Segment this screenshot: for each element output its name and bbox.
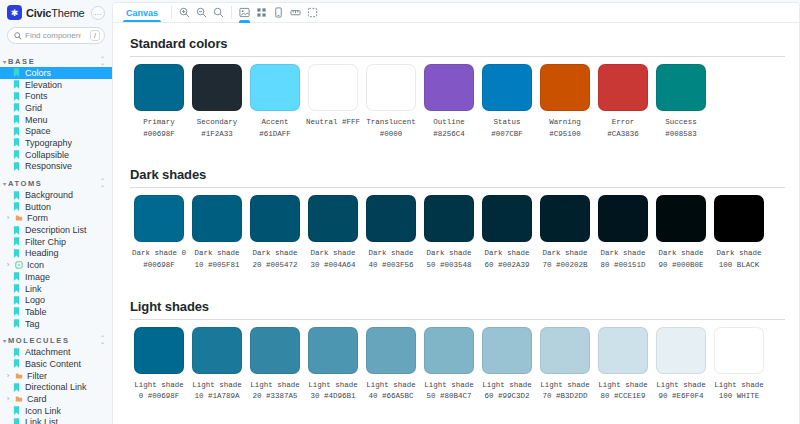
story-icon xyxy=(13,383,21,392)
sidebar-item-label: Collapsible xyxy=(25,150,69,160)
swatch-label: Translucent #0000 xyxy=(362,117,420,140)
chevron-right-icon: › xyxy=(5,395,11,403)
sidebar-item-space[interactable]: Space xyxy=(0,125,112,137)
sidebar-item-background[interactable]: Background xyxy=(0,189,112,201)
sidebar-item-label: Elevation xyxy=(25,80,62,90)
tab-canvas-label: Canvas xyxy=(126,8,158,18)
swatch-item: Light shade 10 #1A789A xyxy=(188,327,246,403)
sidebar-item-label: Colors xyxy=(25,68,51,78)
zoom-reset-button[interactable] xyxy=(210,3,227,23)
sidebar-item-filter[interactable]: ›Filter xyxy=(0,370,112,382)
swatch-row: Primary #00698FSecondary #1F2A33Accent #… xyxy=(130,64,785,140)
brand-title[interactable]: CivicTheme xyxy=(26,7,85,19)
sidebar-item-filter-chip[interactable]: Filter Chip xyxy=(0,236,112,248)
sidebar-item-icon[interactable]: ›Icon xyxy=(0,259,112,271)
sidebar-item-basic-content[interactable]: Basic Content xyxy=(0,358,112,370)
color-swatch xyxy=(656,327,706,374)
swatch-label: Light shade 90 #E6F0F4 xyxy=(652,380,710,403)
story-icon xyxy=(13,307,21,316)
swatch-label: Light shade 0 #00698F xyxy=(130,380,188,403)
sidebar-item-label: Fonts xyxy=(25,91,48,101)
sidebar-item-link-list[interactable]: Link List xyxy=(0,417,112,424)
canvas-content: Standard colorsPrimary #00698FSecondary … xyxy=(113,23,799,424)
section-header-atoms[interactable]: ▾ATOMS⌃⌄ xyxy=(0,177,112,189)
tab-canvas[interactable]: Canvas xyxy=(117,3,167,22)
zoom-out-button[interactable] xyxy=(193,3,210,23)
sidebar-item-label: Description List xyxy=(25,225,87,235)
story-icon xyxy=(13,284,21,293)
section-title: Light shades xyxy=(130,299,785,314)
swatch-item: Warning #C95100 xyxy=(536,64,594,140)
section-caret-icon: ▾ xyxy=(3,337,7,344)
sidebar-item-link[interactable]: Link xyxy=(0,283,112,295)
folder-icon xyxy=(15,214,23,223)
color-swatch xyxy=(366,195,416,242)
sidebar-item-typography[interactable]: Typography xyxy=(0,137,112,149)
sidebar-item-image[interactable]: Image xyxy=(0,271,112,283)
swatch-item: Primary #00698F xyxy=(130,64,188,140)
search-shortcut-badge: / xyxy=(90,30,100,41)
sidebar-item-label: Filter xyxy=(27,371,47,381)
color-swatch xyxy=(250,327,300,374)
measure-icon xyxy=(290,7,301,18)
story-icon xyxy=(13,103,21,112)
sidebar-item-attachment[interactable]: Attachment xyxy=(0,346,112,358)
story-icon xyxy=(13,296,21,305)
sidebar-item-form[interactable]: ›Form xyxy=(0,213,112,225)
sidebar-item-heading[interactable]: Heading xyxy=(0,248,112,260)
background-button[interactable] xyxy=(236,3,253,23)
grid-button[interactable] xyxy=(253,3,270,23)
sidebar-item-menu[interactable]: Menu xyxy=(0,114,112,126)
story-icon xyxy=(13,68,21,77)
story-icon xyxy=(13,249,21,258)
sidebar-item-elevation[interactable]: Elevation xyxy=(0,79,112,91)
section-header-molecules[interactable]: ▾MOLECULES⌃⌄ xyxy=(0,334,112,346)
viewport-button[interactable] xyxy=(270,3,287,23)
sidebar-item-icon-link[interactable]: Icon Link xyxy=(0,405,112,417)
swatch-label: Light shade 10 #1A789A xyxy=(188,380,246,403)
sidebar-item-label: Attachment xyxy=(25,347,71,357)
sidebar-menu-button[interactable]: … xyxy=(91,6,105,20)
sidebar-item-logo[interactable]: Logo xyxy=(0,294,112,306)
sidebar-item-grid[interactable]: Grid xyxy=(0,102,112,114)
swatch-item: Dark shade 50 #003548 xyxy=(420,195,478,271)
sidebar-item-tag[interactable]: Tag xyxy=(0,318,112,330)
zoom-in-button[interactable] xyxy=(176,3,193,23)
sidebar-item-card[interactable]: ›Card xyxy=(0,393,112,405)
sidebar-item-button[interactable]: Button xyxy=(0,201,112,213)
zoom-in-icon xyxy=(179,7,190,18)
sidebar-item-label: Tag xyxy=(25,319,40,329)
swatch-item: Light shade 50 #80B4C7 xyxy=(420,327,478,403)
expand-all-icon[interactable]: ⌃⌄ xyxy=(100,179,105,187)
swatch-item: Dark shade 20 #005472 xyxy=(246,195,304,271)
swatch-item: Dark shade 70 #00202B xyxy=(536,195,594,271)
color-swatch xyxy=(540,195,590,242)
expand-all-icon[interactable]: ⌃⌄ xyxy=(100,336,105,344)
sidebar-item-description-list[interactable]: Description List xyxy=(0,224,112,236)
sidebar-item-directional-link[interactable]: Directional Link xyxy=(0,382,112,394)
sidebar-item-colors[interactable]: Colors xyxy=(0,67,112,79)
color-swatch xyxy=(540,327,590,374)
sidebar-item-fonts[interactable]: Fonts xyxy=(0,90,112,102)
measure-button[interactable] xyxy=(287,3,304,23)
search-box[interactable]: / xyxy=(7,27,105,44)
sidebar-item-responsive[interactable]: Responsive xyxy=(0,161,112,173)
color-swatch xyxy=(424,195,474,242)
color-swatch xyxy=(482,327,532,374)
sidebar-item-label: Card xyxy=(27,394,47,404)
sidebar-item-table[interactable]: Table xyxy=(0,306,112,318)
sidebar-item-collapsible[interactable]: Collapsible xyxy=(0,149,112,161)
outline-button[interactable] xyxy=(304,3,321,23)
swatch-label: Light shade 100 WHITE xyxy=(710,380,768,403)
color-swatch xyxy=(482,195,532,242)
zoom-out-icon xyxy=(196,7,207,18)
color-swatch xyxy=(250,195,300,242)
color-swatch xyxy=(714,195,764,242)
swatch-label: Light shade 40 #66A5BC xyxy=(362,380,420,403)
section-label: MOLECULES xyxy=(8,336,69,345)
color-swatch xyxy=(308,195,358,242)
expand-all-icon[interactable]: ⌃⌄ xyxy=(100,57,105,65)
swatch-label: Success #008583 xyxy=(652,117,710,140)
search-input[interactable] xyxy=(25,31,81,40)
section-header-base[interactable]: ▾BASE⌃⌄ xyxy=(0,55,112,67)
